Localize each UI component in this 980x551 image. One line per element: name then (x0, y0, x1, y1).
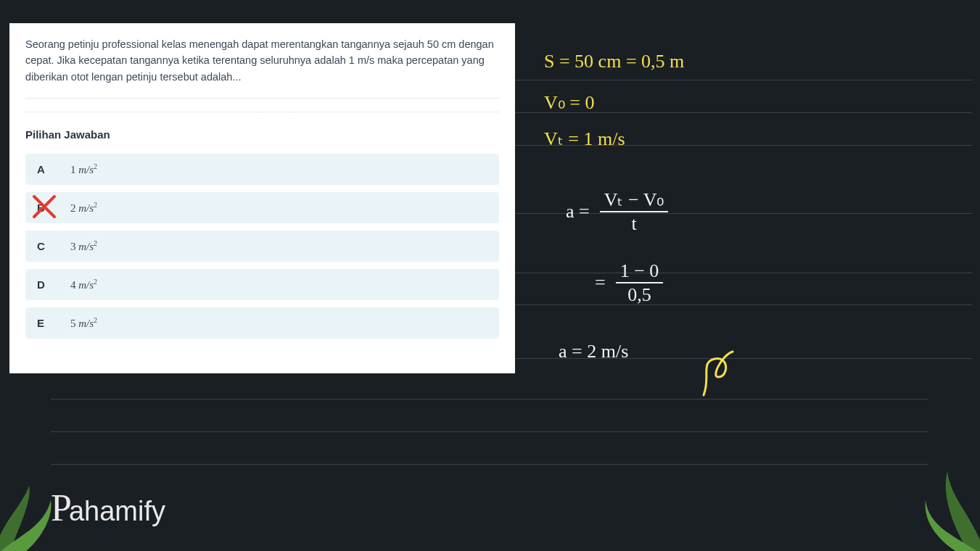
answer-option-c[interactable]: C 3 m/s2 (25, 231, 499, 262)
dotted-divider (25, 112, 499, 112)
answer-value: 4 m/s2 (70, 278, 97, 291)
answer-list: A 1 m/s2 B 2 m/s2 C 3 m/s2 D (25, 154, 499, 339)
answer-value: 3 m/s2 (70, 239, 97, 253)
answer-letter: B (37, 202, 50, 214)
formula-lhs: a = (566, 201, 590, 223)
brand-logo: Pahamify (51, 486, 165, 529)
given-v0: V₀ = 0 (544, 91, 594, 114)
answer-value: 5 m/s2 (70, 316, 97, 330)
answer-letter: E (37, 317, 50, 329)
brand-name: ahamify (69, 496, 165, 527)
answer-value: 1 m/s2 (70, 162, 97, 176)
answer-option-a[interactable]: A 1 m/s2 (25, 154, 499, 185)
ruled-line (51, 399, 928, 399)
whiteboard-area: S = 50 cm = 0,5 m V₀ = 0 Vₜ = 1 m/s a = … (522, 29, 972, 435)
answer-letter: A (37, 163, 50, 175)
answer-letter: C (37, 240, 50, 252)
ruled-line (51, 464, 928, 465)
answer-option-d[interactable]: D 4 m/s2 (25, 269, 499, 300)
formula-fraction: Vₜ − V₀ t (600, 190, 669, 234)
doodle-loop-icon (696, 348, 740, 399)
question-card: Seorang petinju professional kelas menen… (9, 23, 515, 373)
substitution-denominator: 0,5 (627, 283, 651, 304)
result: a = 2 m/s (559, 341, 628, 362)
answer-option-e[interactable]: E 5 m/s2 (25, 307, 499, 339)
answer-section-title: Pilihan Jawaban (25, 128, 499, 141)
formula-denominator: t (631, 212, 636, 233)
substitution-equals: = (595, 272, 606, 294)
substitution-fraction: 1 − 0 0,5 (616, 261, 664, 305)
answer-letter: D (37, 278, 50, 291)
formula-acceleration: a = Vₜ − V₀ t (566, 190, 668, 234)
given-vt: Vₜ = 1 m/s (544, 128, 625, 150)
question-text: Seorang petinju professional kelas menen… (25, 36, 499, 85)
answer-value: 2 m/s2 (70, 201, 97, 215)
leaf-decoration-right-icon (900, 450, 980, 551)
answer-option-b[interactable]: B 2 m/s2 (25, 192, 499, 223)
ruled-line (51, 431, 928, 432)
given-distance: S = 50 cm = 0,5 m (544, 51, 684, 72)
substitution-numerator: 1 − 0 (616, 261, 664, 283)
formula-numerator: Vₜ − V₀ (600, 190, 669, 212)
divider (25, 98, 499, 99)
substitution: = 1 − 0 0,5 (595, 261, 663, 305)
